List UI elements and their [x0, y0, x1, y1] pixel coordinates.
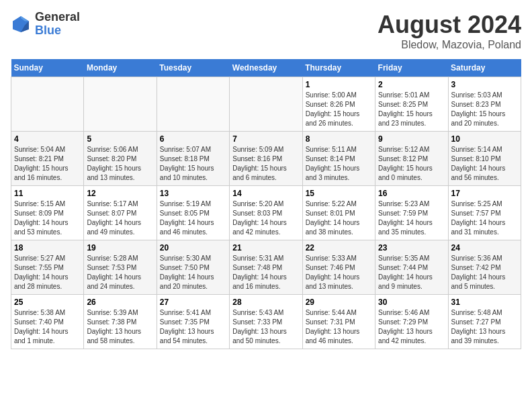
day-number: 5	[87, 134, 153, 144]
day-info: Sunrise: 5:48 AMSunset: 7:27 PMDaylight:…	[451, 308, 518, 346]
day-info: Sunrise: 5:17 AMSunset: 8:07 PMDaylight:…	[87, 199, 153, 237]
day-number: 19	[87, 243, 153, 253]
day-number: 26	[87, 298, 153, 307]
day-number: 20	[160, 243, 226, 253]
calendar-day-cell: 30Sunrise: 5:46 AMSunset: 7:29 PMDayligh…	[375, 295, 448, 349]
day-info: Sunrise: 5:38 AMSunset: 7:40 PMDaylight:…	[14, 308, 81, 346]
day-number: 8	[306, 134, 372, 144]
calendar-day-cell: 28Sunrise: 5:43 AMSunset: 7:33 PMDayligh…	[230, 295, 302, 349]
logo: General Blue	[11, 11, 80, 38]
logo-blue: Blue	[35, 24, 80, 38]
calendar-day-cell: 25Sunrise: 5:38 AMSunset: 7:40 PMDayligh…	[11, 295, 84, 349]
day-info: Sunrise: 5:19 AMSunset: 8:05 PMDaylight:…	[160, 199, 226, 237]
day-info: Sunrise: 5:12 AMSunset: 8:12 PMDaylight:…	[378, 145, 445, 183]
calendar-day-cell: 27Sunrise: 5:41 AMSunset: 7:35 PMDayligh…	[157, 295, 229, 349]
header-row: SundayMondayTuesdayWednesdayThursdayFrid…	[11, 59, 521, 77]
calendar-day-cell: 21Sunrise: 5:31 AMSunset: 7:48 PMDayligh…	[230, 240, 302, 295]
logo-icon	[11, 14, 31, 34]
calendar-day-cell: 14Sunrise: 5:20 AMSunset: 8:03 PMDayligh…	[230, 186, 302, 240]
day-number: 12	[87, 189, 153, 198]
day-number: 23	[378, 243, 445, 253]
day-info: Sunrise: 5:46 AMSunset: 7:29 PMDaylight:…	[378, 308, 445, 346]
calendar-day-cell	[230, 77, 302, 132]
day-number: 15	[306, 189, 372, 198]
day-info: Sunrise: 5:33 AMSunset: 7:46 PMDaylight:…	[306, 254, 372, 291]
day-info: Sunrise: 5:23 AMSunset: 7:59 PMDaylight:…	[378, 199, 445, 237]
logo-general: General	[35, 11, 80, 24]
day-number: 9	[378, 134, 445, 144]
calendar-day-cell: 20Sunrise: 5:30 AMSunset: 7:50 PMDayligh…	[157, 240, 229, 295]
day-number: 17	[451, 189, 518, 198]
calendar-subtitle: Bledow, Mazovia, Poland	[378, 39, 521, 51]
calendar-day-cell: 29Sunrise: 5:44 AMSunset: 7:31 PMDayligh…	[302, 295, 375, 349]
calendar-day-cell: 2Sunrise: 5:01 AMSunset: 8:25 PMDaylight…	[375, 77, 448, 132]
calendar-day-cell: 24Sunrise: 5:36 AMSunset: 7:42 PMDayligh…	[448, 240, 521, 295]
calendar-day-cell: 31Sunrise: 5:48 AMSunset: 7:27 PMDayligh…	[448, 295, 521, 349]
calendar-day-cell: 13Sunrise: 5:19 AMSunset: 8:05 PMDayligh…	[157, 186, 229, 240]
day-number: 25	[14, 298, 81, 307]
day-number: 18	[14, 243, 81, 253]
calendar-week-row: 25Sunrise: 5:38 AMSunset: 7:40 PMDayligh…	[11, 295, 521, 349]
day-info: Sunrise: 5:39 AMSunset: 7:38 PMDaylight:…	[87, 308, 153, 346]
day-number: 7	[232, 134, 299, 144]
calendar-day-cell: 8Sunrise: 5:11 AMSunset: 8:14 PMDaylight…	[302, 132, 375, 186]
day-info: Sunrise: 5:30 AMSunset: 7:50 PMDaylight:…	[160, 254, 226, 291]
calendar-day-cell: 9Sunrise: 5:12 AMSunset: 8:12 PMDaylight…	[375, 132, 448, 186]
day-info: Sunrise: 5:14 AMSunset: 8:10 PMDaylight:…	[451, 145, 518, 183]
day-number: 21	[232, 243, 299, 253]
day-number: 2	[378, 80, 445, 89]
weekday-header: Monday	[84, 59, 157, 77]
day-info: Sunrise: 5:36 AMSunset: 7:42 PMDaylight:…	[451, 254, 518, 291]
calendar-day-cell: 4Sunrise: 5:04 AMSunset: 8:21 PMDaylight…	[11, 132, 84, 186]
calendar-week-row: 11Sunrise: 5:15 AMSunset: 8:09 PMDayligh…	[11, 186, 521, 240]
calendar-day-cell: 11Sunrise: 5:15 AMSunset: 8:09 PMDayligh…	[11, 186, 84, 240]
day-info: Sunrise: 5:22 AMSunset: 8:01 PMDaylight:…	[306, 199, 372, 237]
title-block: August 2024 Bledow, Mazovia, Poland	[378, 11, 521, 51]
calendar-day-cell: 15Sunrise: 5:22 AMSunset: 8:01 PMDayligh…	[302, 186, 375, 240]
calendar-day-cell: 6Sunrise: 5:07 AMSunset: 8:18 PMDaylight…	[157, 132, 229, 186]
day-number: 10	[451, 134, 518, 144]
calendar-day-cell: 7Sunrise: 5:09 AMSunset: 8:16 PMDaylight…	[230, 132, 302, 186]
day-info: Sunrise: 5:01 AMSunset: 8:25 PMDaylight:…	[378, 91, 445, 128]
day-info: Sunrise: 5:11 AMSunset: 8:14 PMDaylight:…	[306, 145, 372, 183]
day-info: Sunrise: 5:43 AMSunset: 7:33 PMDaylight:…	[232, 308, 299, 346]
calendar-day-cell	[11, 77, 84, 132]
day-info: Sunrise: 5:06 AMSunset: 8:20 PMDaylight:…	[87, 145, 153, 183]
calendar-body: 1Sunrise: 5:00 AMSunset: 8:26 PMDaylight…	[11, 77, 521, 349]
page-header: General Blue August 2024 Bledow, Mazovia…	[11, 11, 521, 51]
day-info: Sunrise: 5:27 AMSunset: 7:55 PMDaylight:…	[14, 254, 81, 291]
day-info: Sunrise: 5:07 AMSunset: 8:18 PMDaylight:…	[160, 145, 226, 183]
day-info: Sunrise: 5:41 AMSunset: 7:35 PMDaylight:…	[160, 308, 226, 346]
day-number: 22	[306, 243, 372, 253]
calendar-day-cell: 10Sunrise: 5:14 AMSunset: 8:10 PMDayligh…	[448, 132, 521, 186]
day-number: 6	[160, 134, 226, 144]
day-info: Sunrise: 5:44 AMSunset: 7:31 PMDaylight:…	[306, 308, 372, 346]
calendar-day-cell	[84, 77, 157, 132]
weekday-header: Tuesday	[157, 59, 229, 77]
day-number: 13	[160, 189, 226, 198]
calendar-title: August 2024	[378, 11, 521, 39]
day-info: Sunrise: 5:35 AMSunset: 7:44 PMDaylight:…	[378, 254, 445, 291]
calendar-day-cell: 12Sunrise: 5:17 AMSunset: 8:07 PMDayligh…	[84, 186, 157, 240]
calendar-day-cell: 26Sunrise: 5:39 AMSunset: 7:38 PMDayligh…	[84, 295, 157, 349]
calendar-day-cell: 19Sunrise: 5:28 AMSunset: 7:53 PMDayligh…	[84, 240, 157, 295]
day-info: Sunrise: 5:00 AMSunset: 8:26 PMDaylight:…	[306, 91, 372, 128]
calendar-day-cell: 17Sunrise: 5:25 AMSunset: 7:57 PMDayligh…	[448, 186, 521, 240]
calendar-week-row: 4Sunrise: 5:04 AMSunset: 8:21 PMDaylight…	[11, 132, 521, 186]
weekday-header: Wednesday	[230, 59, 302, 77]
day-number: 27	[160, 298, 226, 307]
weekday-header: Sunday	[11, 59, 84, 77]
day-info: Sunrise: 5:25 AMSunset: 7:57 PMDaylight:…	[451, 199, 518, 237]
day-info: Sunrise: 5:04 AMSunset: 8:21 PMDaylight:…	[14, 145, 81, 183]
weekday-header: Saturday	[448, 59, 521, 77]
logo-text: General Blue	[35, 11, 80, 38]
day-number: 1	[306, 80, 372, 89]
weekday-header: Thursday	[302, 59, 375, 77]
calendar-day-cell	[157, 77, 229, 132]
day-number: 16	[378, 189, 445, 198]
day-info: Sunrise: 5:20 AMSunset: 8:03 PMDaylight:…	[232, 199, 299, 237]
calendar-day-cell: 23Sunrise: 5:35 AMSunset: 7:44 PMDayligh…	[375, 240, 448, 295]
calendar-day-cell: 1Sunrise: 5:00 AMSunset: 8:26 PMDaylight…	[302, 77, 375, 132]
day-info: Sunrise: 5:28 AMSunset: 7:53 PMDaylight:…	[87, 254, 153, 291]
day-number: 28	[232, 298, 299, 307]
